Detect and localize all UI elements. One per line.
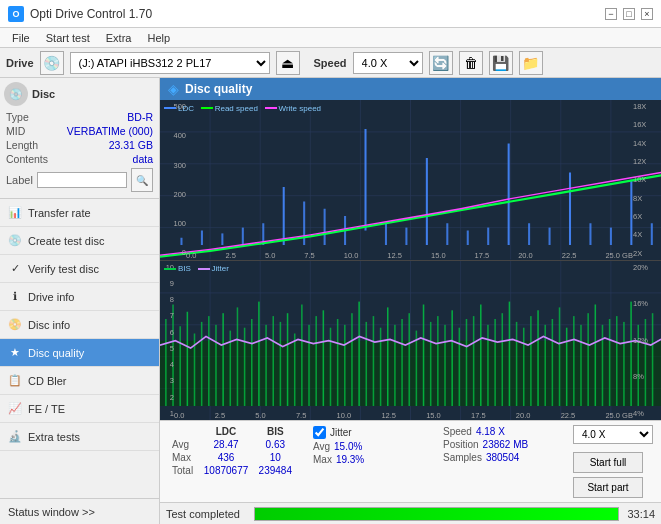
svg-rect-95 xyxy=(466,319,468,406)
jitter-header-row: Jitter xyxy=(313,425,427,440)
label-input[interactable] xyxy=(37,172,127,188)
speed-select[interactable]: 4.0 X xyxy=(353,52,423,74)
svg-rect-55 xyxy=(179,326,181,406)
speed-row: Speed 4.18 X xyxy=(443,425,557,438)
svg-rect-98 xyxy=(487,324,489,405)
write-button[interactable]: 💾 xyxy=(489,51,513,75)
jitter-label: Jitter xyxy=(330,427,352,438)
sidebar-item-disc-quality[interactable]: ★ Disc quality xyxy=(0,339,159,367)
total-row: Total 10870677 239484 xyxy=(168,464,297,477)
svg-rect-59 xyxy=(208,316,210,406)
svg-rect-82 xyxy=(373,316,375,406)
status-window[interactable]: Status window >> xyxy=(0,498,159,524)
erase-button[interactable]: 🗑 xyxy=(459,51,483,75)
svg-rect-103 xyxy=(523,327,525,405)
jitter-max-label: Max xyxy=(313,454,332,465)
start-full-button[interactable]: Start full xyxy=(573,452,643,473)
sidebar-item-transfer-rate[interactable]: 📊 Transfer rate xyxy=(0,199,159,227)
svg-rect-23 xyxy=(364,129,366,231)
menu-file[interactable]: File xyxy=(4,30,38,46)
sidebar-item-verify-test-disc[interactable]: ✓ Verify test disc xyxy=(0,255,159,283)
svg-rect-67 xyxy=(265,324,267,405)
titlebar-left: O Opti Drive Control 1.70 xyxy=(8,6,152,22)
label-label: Label xyxy=(6,174,33,186)
cd-bler-label: CD Bler xyxy=(28,375,67,387)
disc-label-row: Label 🔍 xyxy=(4,166,155,194)
svg-rect-99 xyxy=(494,319,496,406)
svg-rect-69 xyxy=(280,321,282,405)
svg-rect-75 xyxy=(323,310,325,406)
jitter-max-row: Max 19.3% xyxy=(313,453,427,466)
svg-rect-32 xyxy=(549,228,551,245)
top-y-axis-right: 18X 16X 14X 12X 10X 8X 6X 4X 2X xyxy=(633,100,661,260)
length-value: 23.31 GB xyxy=(109,139,153,151)
chart-title: Disc quality xyxy=(185,82,252,96)
svg-rect-20 xyxy=(303,202,305,246)
stats-area: LDC BIS Avg 28.47 0.63 Max 436 xyxy=(160,420,661,502)
jitter-section: Jitter Avg 15.0% Max 19.3% xyxy=(305,421,435,502)
svg-rect-87 xyxy=(408,313,410,406)
eject-button[interactable]: ⏏ xyxy=(276,51,300,75)
disc-info-label: Disc info xyxy=(28,319,70,331)
svg-rect-21 xyxy=(324,209,326,245)
label-search-button[interactable]: 🔍 xyxy=(131,168,153,192)
svg-rect-76 xyxy=(330,327,332,405)
menu-help[interactable]: Help xyxy=(139,30,178,46)
menu-start-test[interactable]: Start test xyxy=(38,30,98,46)
chart-header: ◈ Disc quality xyxy=(160,78,661,100)
ldc-legend-label: LDC xyxy=(178,104,194,113)
disc-mid-row: MID VERBATIMe (000) xyxy=(4,124,155,138)
svg-rect-58 xyxy=(201,321,203,405)
bottom-x-axis: 0.0 2.5 5.0 7.5 10.0 12.5 15.0 17.5 20.0… xyxy=(174,411,633,420)
svg-rect-29 xyxy=(487,228,489,245)
save-button[interactable]: 📁 xyxy=(519,51,543,75)
mid-label: MID xyxy=(6,125,25,137)
close-button[interactable]: × xyxy=(641,8,653,20)
content-area: ◈ Disc quality LDC Read speed xyxy=(160,78,661,524)
menu-extra[interactable]: Extra xyxy=(98,30,140,46)
max-ldc: 436 xyxy=(199,451,254,464)
svg-rect-31 xyxy=(528,223,530,245)
fe-te-icon: 📈 xyxy=(8,402,22,416)
sidebar-item-create-test-disc[interactable]: 💿 Create test disc xyxy=(0,227,159,255)
svg-rect-110 xyxy=(573,316,575,406)
svg-rect-91 xyxy=(437,316,439,406)
transfer-rate-label: Transfer rate xyxy=(28,207,91,219)
charts-container: LDC Read speed Write speed xyxy=(160,100,661,420)
disc-header-text: Disc xyxy=(32,88,55,100)
start-part-button[interactable]: Start part xyxy=(573,477,643,498)
disc-quality-label: Disc quality xyxy=(28,347,84,359)
svg-rect-34 xyxy=(589,223,591,245)
jitter-legend-label: Jitter xyxy=(212,264,229,273)
drive-icon: 💿 xyxy=(40,51,64,75)
svg-rect-107 xyxy=(552,319,554,406)
test-speed-select[interactable]: 4.0 X xyxy=(573,425,653,444)
app-title: Opti Drive Control 1.70 xyxy=(30,7,152,21)
fe-te-label: FE / TE xyxy=(28,403,65,415)
sidebar-item-fe-te[interactable]: 📈 FE / TE xyxy=(0,395,159,423)
maximize-button[interactable]: □ xyxy=(623,8,635,20)
read-speed-legend-line xyxy=(201,107,213,109)
sidebar-item-extra-tests[interactable]: 🔬 Extra tests xyxy=(0,423,159,451)
disc-info-icon: 📀 xyxy=(8,318,22,332)
create-test-disc-label: Create test disc xyxy=(28,235,104,247)
refresh-button[interactable]: 🔄 xyxy=(429,51,453,75)
svg-rect-83 xyxy=(380,327,382,405)
sidebar-item-cd-bler[interactable]: 📋 CD Bler xyxy=(0,367,159,395)
top-x-axis: 0.0 2.5 5.0 7.5 10.0 12.5 15.0 17.5 20.0… xyxy=(186,251,633,260)
svg-rect-86 xyxy=(401,319,403,406)
write-speed-legend-label: Write speed xyxy=(279,104,322,113)
drive-select[interactable]: (J:) ATAPI iHBS312 2 PL17 xyxy=(70,52,270,74)
svg-rect-89 xyxy=(423,304,425,406)
col-ldc: LDC xyxy=(199,425,254,438)
drivebar: Drive 💿 (J:) ATAPI iHBS312 2 PL17 ⏏ Spee… xyxy=(0,48,661,78)
chart-bottom-legend: BIS Jitter xyxy=(164,263,229,274)
svg-rect-25 xyxy=(405,228,407,245)
sidebar-item-disc-info[interactable]: 📀 Disc info xyxy=(0,311,159,339)
verify-test-disc-label: Verify test disc xyxy=(28,263,99,275)
minimize-button[interactable]: − xyxy=(605,8,617,20)
contents-label: Contents xyxy=(6,153,48,165)
jitter-checkbox[interactable] xyxy=(313,426,326,439)
transfer-rate-icon: 📊 xyxy=(8,206,22,220)
sidebar-item-drive-info[interactable]: ℹ Drive info xyxy=(0,283,159,311)
